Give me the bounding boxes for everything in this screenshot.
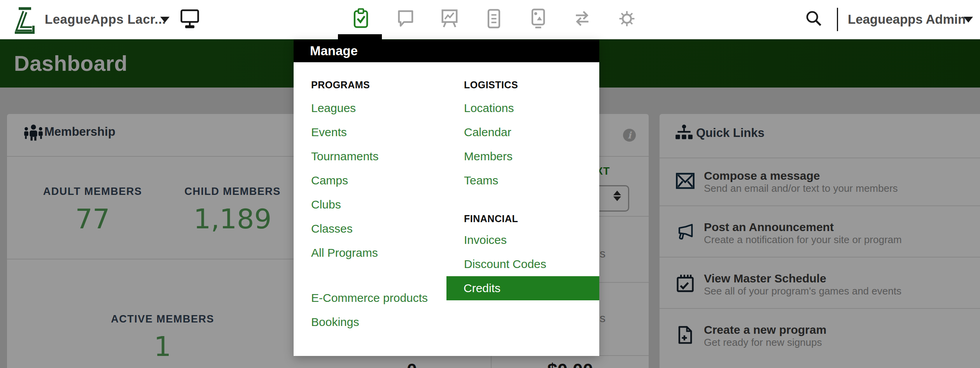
media-photo-icon[interactable]: [528, 8, 548, 30]
monitor-icon[interactable]: [180, 9, 200, 30]
transfer-arrows-icon[interactable]: [572, 8, 592, 30]
manage-menu-left-column: PROGRAMS Leagues Events Tournaments Camp…: [294, 62, 446, 334]
menu-item-bookings[interactable]: Bookings: [294, 310, 446, 334]
menu-item-ecommerce-products[interactable]: E-Commerce products: [294, 286, 446, 310]
active-nav-tab-indicator: [338, 34, 382, 40]
presentation-chart-icon[interactable]: [439, 8, 460, 30]
top-navbar: LeagueApps Lacr...: [0, 0, 980, 39]
menu-item-discount-codes[interactable]: Discount Codes: [446, 252, 599, 276]
menu-item-tournaments[interactable]: Tournaments: [294, 144, 446, 168]
menu-item-teams[interactable]: Teams: [446, 168, 599, 193]
gear-icon[interactable]: [617, 8, 637, 30]
logistics-section-header: LOGISTICS: [446, 79, 599, 91]
chevron-down-icon[interactable]: [160, 17, 170, 23]
site-switcher[interactable]: LeagueApps Lacr...: [45, 0, 166, 39]
manage-menu-title: Manage: [294, 40, 599, 62]
menu-item-members[interactable]: Members: [446, 144, 599, 168]
menu-item-invoices[interactable]: Invoices: [446, 228, 599, 252]
leagueapps-logo[interactable]: [7, 3, 39, 37]
clipboard-check-icon[interactable]: [351, 8, 371, 30]
search-icon[interactable]: [804, 9, 824, 30]
menu-item-locations[interactable]: Locations: [446, 96, 599, 120]
menu-item-events[interactable]: Events: [294, 120, 446, 144]
menu-item-clubs[interactable]: Clubs: [294, 193, 446, 217]
programs-section-header: PROGRAMS: [294, 79, 446, 91]
account-menu[interactable]: Leagueapps Admin: [848, 0, 966, 39]
app-window: Dashboard Membership: [0, 0, 980, 368]
manage-menu: Manage PROGRAMS Leagues Events Tournamen…: [294, 40, 599, 356]
document-icon[interactable]: [484, 8, 504, 30]
menu-item-classes[interactable]: Classes: [294, 217, 446, 241]
menu-item-credits[interactable]: Credits: [446, 276, 599, 300]
chat-bubble-icon[interactable]: [396, 8, 416, 30]
chevron-down-icon[interactable]: [964, 17, 973, 23]
menu-item-calendar[interactable]: Calendar: [446, 120, 599, 144]
menu-item-leagues[interactable]: Leagues: [294, 96, 446, 120]
divider: [837, 8, 838, 31]
menu-item-all-programs[interactable]: All Programs: [294, 241, 446, 265]
manage-menu-right-column: LOGISTICS Locations Calendar Members Tea…: [446, 62, 599, 334]
menu-item-camps[interactable]: Camps: [294, 168, 446, 193]
financial-section-header: FINANCIAL: [446, 213, 599, 224]
